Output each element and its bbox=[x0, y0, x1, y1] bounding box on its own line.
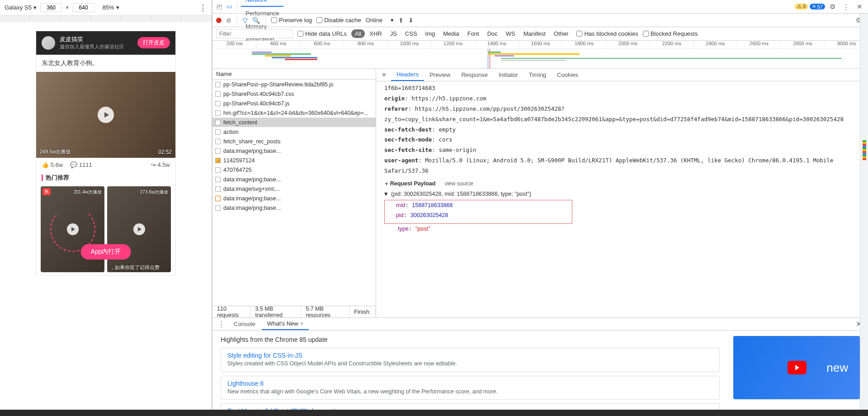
phone-header: 皮皮搞笑 邀你加入最懂男人的爆笑社区 打开皮皮 bbox=[36, 31, 175, 55]
drawer-tab-console[interactable]: Console bbox=[228, 318, 261, 330]
warnings-badge[interactable]: ⚠ 3 bbox=[795, 4, 808, 9]
section-header: 热门推荐 bbox=[36, 172, 175, 184]
detail-tabs: ✕ HeadersPreviewResponseInitiatorTimingC… bbox=[376, 69, 868, 81]
hide-data-urls-checkbox[interactable]: Hide data URLs bbox=[297, 30, 347, 37]
device-width-input[interactable] bbox=[40, 3, 62, 12]
youtube-icon bbox=[788, 361, 807, 374]
clear-icon[interactable]: ⊘ bbox=[226, 17, 231, 24]
device-toggle-icon[interactable]: ▭ bbox=[225, 3, 233, 11]
throttle-select[interactable]: Online ▾ bbox=[366, 17, 394, 24]
devtools-tab-network[interactable]: Network bbox=[241, 0, 283, 7]
filter-type-img[interactable]: Img bbox=[422, 29, 439, 38]
device-viewport: 皮皮搞笑 邀你加入最懂男人的爆笑社区 打开皮皮 东北女人教育小狗。 249.5w… bbox=[0, 22, 212, 416]
detail-tab-preview[interactable]: Preview bbox=[424, 69, 456, 81]
settings-icon[interactable]: ⚙ bbox=[830, 3, 835, 11]
file-icon bbox=[215, 91, 221, 97]
device-toolbar: Galaxy S5 ▾ × 85% ▾ ⋮ bbox=[0, 0, 212, 15]
filter-type-font[interactable]: Font bbox=[464, 29, 483, 38]
comment-button[interactable]: 💬 1111 bbox=[70, 161, 92, 168]
close-tab-icon[interactable]: × bbox=[300, 320, 304, 327]
device-emulator-panel: Galaxy S5 ▾ × 85% ▾ ⋮ 皮皮搞笑 邀你加入最懂男人的爆笑社区… bbox=[0, 0, 212, 416]
request-row[interactable]: fetch_share_rec_posts bbox=[212, 137, 376, 146]
action-row: 👍 5.6w 💬 1111 ↪ 4.5w bbox=[36, 158, 175, 172]
play-count: 249.5w次播放 bbox=[40, 148, 71, 155]
drawer-tabs: ⋮ Console What's New× ✕ bbox=[212, 318, 868, 331]
network-toolbar: ⊘ ▽ 🔍 Preserve log Disable cache Online … bbox=[212, 14, 868, 27]
request-row[interactable]: pp-SharePost.40c94cb7.css bbox=[212, 89, 376, 99]
file-icon bbox=[215, 101, 221, 106]
detail-tab-cookies[interactable]: Cookies bbox=[552, 69, 584, 81]
close-devtools-icon[interactable]: ✕ bbox=[857, 3, 863, 11]
device-height-input[interactable] bbox=[73, 3, 94, 12]
preserve-log-checkbox[interactable]: Preserve log bbox=[271, 17, 312, 24]
view-source-link[interactable]: view source bbox=[444, 180, 473, 187]
zoom-select[interactable]: 85% ▾ bbox=[103, 4, 119, 11]
device-select[interactable]: Galaxy S5 ▾ bbox=[5, 4, 37, 11]
update-card[interactable]: Style editing for CSS-in-JSStyles create… bbox=[221, 348, 720, 372]
request-row[interactable]: pp-SharePost.40c94cb7.js bbox=[212, 99, 376, 108]
devtools-panel: ◰ ▭ ElementsConsoleSourcesNetworkPerform… bbox=[212, 0, 868, 416]
device-menu-icon[interactable]: ⋮ bbox=[199, 3, 207, 13]
filter-type-ws[interactable]: WS bbox=[502, 29, 519, 38]
request-row[interactable]: 470764725 bbox=[212, 165, 376, 175]
request-row[interactable]: hm.gif?cc=1&ck=1&cl=24-bit&ds=360x640&vl… bbox=[212, 108, 376, 118]
network-timeline[interactable]: 200 ms400 ms600 ms800 ms1000 ms1200 ms14… bbox=[212, 41, 868, 69]
filter-type-css[interactable]: CSS bbox=[401, 29, 421, 38]
filter-type-doc[interactable]: Doc bbox=[484, 29, 501, 38]
video-player[interactable]: 249.5w次播放 02:52 bbox=[36, 72, 175, 158]
request-row[interactable]: action bbox=[212, 127, 376, 137]
filter-icon[interactable]: ▽ bbox=[243, 17, 248, 24]
updates-title: Highlights from the Chrome 85 update bbox=[221, 336, 720, 343]
more-icon[interactable]: ⋮ bbox=[843, 3, 849, 11]
close-detail-icon[interactable]: ✕ bbox=[379, 71, 389, 78]
payload-box: mid: 1588718633866 pid: 300263025428 bbox=[384, 200, 572, 224]
open-app-button[interactable]: 打开皮皮 bbox=[137, 37, 170, 48]
search-icon[interactable]: 🔍 bbox=[252, 17, 260, 24]
promo-video[interactable]: new bbox=[733, 336, 860, 399]
filter-type-manifest[interactable]: Manifest bbox=[520, 29, 549, 38]
filter-type-js[interactable]: JS bbox=[387, 29, 401, 38]
request-row[interactable]: data:image/png;base... bbox=[212, 194, 376, 203]
filter-type-all[interactable]: All bbox=[351, 29, 365, 38]
filter-type-other[interactable]: Other bbox=[550, 29, 572, 38]
blocked-cookies-checkbox[interactable]: Has blocked cookies bbox=[576, 30, 638, 37]
share-button[interactable]: ↪ 4.5w bbox=[151, 161, 170, 168]
blocked-requests-checkbox[interactable]: Blocked Requests bbox=[643, 30, 698, 37]
drawer-menu-icon[interactable]: ⋮ bbox=[218, 320, 225, 328]
file-icon bbox=[215, 120, 221, 125]
messages-badge[interactable]: ✕ 57 bbox=[810, 4, 825, 9]
request-row[interactable]: pp-SharePost~pp-ShareReview.9da2bf85.js bbox=[212, 80, 376, 89]
request-row[interactable]: data:image/png;base... bbox=[212, 146, 376, 156]
request-row[interactable]: data:image/png;base... bbox=[212, 175, 376, 184]
upload-icon[interactable]: ⬆ bbox=[398, 17, 404, 24]
file-icon bbox=[215, 186, 221, 192]
inspect-icon[interactable]: ◰ bbox=[215, 3, 223, 11]
request-row[interactable]: data:image/svg+xml;... bbox=[212, 184, 376, 194]
filter-type-xhr[interactable]: XHR bbox=[366, 29, 385, 38]
detail-tab-initiator[interactable]: Initiator bbox=[493, 69, 524, 81]
filter-input[interactable] bbox=[216, 29, 293, 38]
play-icon[interactable] bbox=[98, 107, 114, 123]
filter-type-media[interactable]: Media bbox=[439, 29, 462, 38]
detail-tab-response[interactable]: Response bbox=[456, 69, 493, 81]
request-row[interactable]: fetch_content bbox=[212, 118, 376, 127]
update-card[interactable]: Lighthouse 6New metrics that align with … bbox=[221, 376, 720, 400]
file-icon bbox=[215, 205, 221, 211]
app-open-pill[interactable]: App内打开 bbox=[81, 244, 131, 260]
request-row[interactable]: 1142597124 bbox=[212, 156, 376, 165]
column-header-name[interactable]: Name bbox=[212, 69, 376, 80]
hot-badge: 热 bbox=[42, 188, 51, 195]
headers-body[interactable]: 1f6b=1603714683 origin: https://h5.ippzo… bbox=[376, 81, 868, 317]
request-row[interactable]: data:image/png;base... bbox=[212, 203, 376, 213]
filter-row: Hide data URLs AllXHRJSCSSImgMediaFontDo… bbox=[212, 27, 868, 41]
request-payload-header[interactable]: Request Payloadview source bbox=[384, 179, 860, 189]
brand-tagline: 邀你加入最懂男人的爆笑社区 bbox=[60, 43, 124, 50]
download-icon[interactable]: ⬇ bbox=[408, 17, 414, 24]
disable-cache-checkbox[interactable]: Disable cache bbox=[316, 17, 361, 24]
detail-tab-headers[interactable]: Headers bbox=[391, 69, 424, 81]
file-icon bbox=[215, 177, 221, 182]
like-button[interactable]: 👍 5.6w bbox=[42, 161, 63, 168]
record-icon[interactable] bbox=[216, 18, 222, 23]
drawer-tab-whatsnew[interactable]: What's New× bbox=[262, 318, 309, 330]
detail-tab-timing[interactable]: Timing bbox=[524, 69, 552, 81]
